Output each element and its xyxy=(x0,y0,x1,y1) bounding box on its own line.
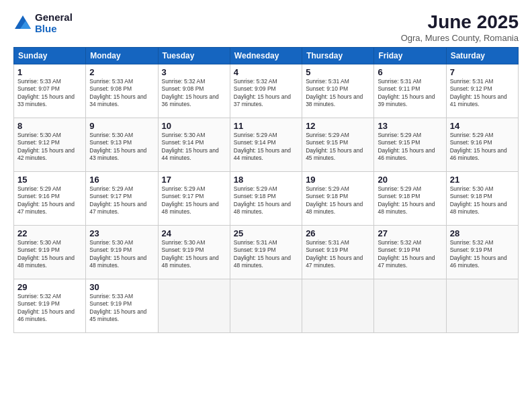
day-number: 29 xyxy=(17,282,82,292)
day-cell: 23 Sunrise: 5:30 AM Sunset: 9:19 PM Dayl… xyxy=(86,225,158,279)
day-number: 12 xyxy=(306,121,370,131)
day-info: Sunrise: 5:30 AM Sunset: 9:18 PM Dayligh… xyxy=(450,185,515,216)
empty-cell xyxy=(302,279,374,332)
day-info: Sunrise: 5:29 AM Sunset: 9:17 PM Dayligh… xyxy=(89,185,154,216)
day-number: 20 xyxy=(378,175,442,185)
day-number: 23 xyxy=(89,228,154,238)
day-cell: 20 Sunrise: 5:29 AM Sunset: 9:18 PM Dayl… xyxy=(374,171,446,225)
day-number: 7 xyxy=(450,67,515,77)
day-info: Sunrise: 5:31 AM Sunset: 9:11 PM Dayligh… xyxy=(378,78,442,109)
day-cell: 29 Sunrise: 5:32 AM Sunset: 9:19 PM Dayl… xyxy=(14,279,86,332)
day-info: Sunrise: 5:32 AM Sunset: 9:19 PM Dayligh… xyxy=(17,293,82,324)
day-info: Sunrise: 5:32 AM Sunset: 9:19 PM Dayligh… xyxy=(378,239,442,270)
day-number: 25 xyxy=(234,228,298,238)
day-number: 11 xyxy=(234,121,298,131)
day-cell: 11 Sunrise: 5:29 AM Sunset: 9:14 PM Dayl… xyxy=(230,118,302,171)
col-monday: Monday xyxy=(86,47,158,64)
day-cell: 10 Sunrise: 5:30 AM Sunset: 9:14 PM Dayl… xyxy=(158,118,230,171)
day-cell: 14 Sunrise: 5:29 AM Sunset: 9:16 PM Dayl… xyxy=(446,118,518,171)
day-info: Sunrise: 5:33 AM Sunset: 9:08 PM Dayligh… xyxy=(89,78,154,109)
day-cell: 24 Sunrise: 5:30 AM Sunset: 9:19 PM Dayl… xyxy=(158,225,230,279)
day-number: 14 xyxy=(450,121,515,131)
day-number: 15 xyxy=(17,175,82,185)
day-cell: 22 Sunrise: 5:30 AM Sunset: 9:19 PM Dayl… xyxy=(14,225,86,279)
day-cell: 17 Sunrise: 5:29 AM Sunset: 9:17 PM Dayl… xyxy=(158,171,230,225)
day-cell: 1 Sunrise: 5:33 AM Sunset: 9:07 PM Dayli… xyxy=(14,64,86,118)
calendar-row: 22 Sunrise: 5:30 AM Sunset: 9:19 PM Dayl… xyxy=(14,225,519,279)
subtitle: Ogra, Mures County, Romania xyxy=(401,33,519,43)
day-number: 9 xyxy=(89,121,154,131)
day-info: Sunrise: 5:29 AM Sunset: 9:15 PM Dayligh… xyxy=(378,132,442,163)
day-cell: 15 Sunrise: 5:29 AM Sunset: 9:16 PM Dayl… xyxy=(14,171,86,225)
col-friday: Friday xyxy=(374,47,446,64)
calendar: Sunday Monday Tuesday Wednesday Thursday… xyxy=(13,47,519,333)
calendar-row: 8 Sunrise: 5:30 AM Sunset: 9:12 PM Dayli… xyxy=(14,118,519,171)
calendar-row: 15 Sunrise: 5:29 AM Sunset: 9:16 PM Dayl… xyxy=(14,171,519,225)
day-cell: 4 Sunrise: 5:32 AM Sunset: 9:09 PM Dayli… xyxy=(230,64,302,118)
day-info: Sunrise: 5:30 AM Sunset: 9:12 PM Dayligh… xyxy=(17,132,82,163)
title-block: June 2025 Ogra, Mures County, Romania xyxy=(401,12,519,43)
logo-line2: Blue xyxy=(35,23,57,34)
weekday-header-row: Sunday Monday Tuesday Wednesday Thursday… xyxy=(14,47,519,64)
empty-cell xyxy=(446,279,518,332)
day-cell: 28 Sunrise: 5:32 AM Sunset: 9:19 PM Dayl… xyxy=(446,225,518,279)
day-number: 3 xyxy=(162,67,226,77)
day-info: Sunrise: 5:30 AM Sunset: 9:19 PM Dayligh… xyxy=(162,239,226,270)
empty-cell xyxy=(230,279,302,332)
day-info: Sunrise: 5:29 AM Sunset: 9:16 PM Dayligh… xyxy=(450,132,515,163)
day-number: 19 xyxy=(306,175,370,185)
day-cell: 21 Sunrise: 5:30 AM Sunset: 9:18 PM Dayl… xyxy=(446,171,518,225)
day-info: Sunrise: 5:33 AM Sunset: 9:07 PM Dayligh… xyxy=(17,78,82,109)
day-info: Sunrise: 5:32 AM Sunset: 9:19 PM Dayligh… xyxy=(450,239,515,270)
day-cell: 13 Sunrise: 5:29 AM Sunset: 9:15 PM Dayl… xyxy=(374,118,446,171)
day-number: 27 xyxy=(378,228,442,238)
day-number: 16 xyxy=(89,175,154,185)
day-number: 18 xyxy=(234,175,298,185)
day-info: Sunrise: 5:29 AM Sunset: 9:17 PM Dayligh… xyxy=(162,185,226,216)
day-info: Sunrise: 5:32 AM Sunset: 9:09 PM Dayligh… xyxy=(234,78,298,109)
calendar-row: 1 Sunrise: 5:33 AM Sunset: 9:07 PM Dayli… xyxy=(14,64,519,118)
day-number: 10 xyxy=(162,121,226,131)
day-number: 17 xyxy=(162,175,226,185)
col-thursday: Thursday xyxy=(302,47,374,64)
logo: General Blue xyxy=(13,12,73,34)
day-number: 24 xyxy=(162,228,226,238)
day-number: 4 xyxy=(234,67,298,77)
day-cell: 16 Sunrise: 5:29 AM Sunset: 9:17 PM Dayl… xyxy=(86,171,158,225)
col-sunday: Sunday xyxy=(14,47,86,64)
day-number: 2 xyxy=(89,67,154,77)
day-info: Sunrise: 5:30 AM Sunset: 9:13 PM Dayligh… xyxy=(89,132,154,163)
day-info: Sunrise: 5:30 AM Sunset: 9:14 PM Dayligh… xyxy=(162,132,226,163)
day-info: Sunrise: 5:29 AM Sunset: 9:18 PM Dayligh… xyxy=(306,185,370,216)
day-cell: 3 Sunrise: 5:32 AM Sunset: 9:08 PM Dayli… xyxy=(158,64,230,118)
col-saturday: Saturday xyxy=(446,47,518,64)
day-info: Sunrise: 5:33 AM Sunset: 9:19 PM Dayligh… xyxy=(89,293,154,324)
day-info: Sunrise: 5:32 AM Sunset: 9:08 PM Dayligh… xyxy=(162,78,226,109)
day-cell: 18 Sunrise: 5:29 AM Sunset: 9:18 PM Dayl… xyxy=(230,171,302,225)
day-cell: 5 Sunrise: 5:31 AM Sunset: 9:10 PM Dayli… xyxy=(302,64,374,118)
day-cell: 19 Sunrise: 5:29 AM Sunset: 9:18 PM Dayl… xyxy=(302,171,374,225)
logo-icon xyxy=(13,14,32,33)
day-cell: 8 Sunrise: 5:30 AM Sunset: 9:12 PM Dayli… xyxy=(14,118,86,171)
day-number: 8 xyxy=(17,121,82,131)
day-info: Sunrise: 5:29 AM Sunset: 9:14 PM Dayligh… xyxy=(234,132,298,163)
day-info: Sunrise: 5:29 AM Sunset: 9:18 PM Dayligh… xyxy=(234,185,298,216)
day-number: 5 xyxy=(306,67,370,77)
day-cell: 7 Sunrise: 5:31 AM Sunset: 9:12 PM Dayli… xyxy=(446,64,518,118)
day-number: 21 xyxy=(450,175,515,185)
col-tuesday: Tuesday xyxy=(158,47,230,64)
page: General Blue June 2025 Ogra, Mures Count… xyxy=(0,0,532,411)
day-info: Sunrise: 5:31 AM Sunset: 9:19 PM Dayligh… xyxy=(234,239,298,270)
day-info: Sunrise: 5:29 AM Sunset: 9:16 PM Dayligh… xyxy=(17,185,82,216)
day-cell: 6 Sunrise: 5:31 AM Sunset: 9:11 PM Dayli… xyxy=(374,64,446,118)
main-title: June 2025 xyxy=(401,12,519,33)
day-number: 30 xyxy=(89,282,154,292)
day-number: 22 xyxy=(17,228,82,238)
header: General Blue June 2025 Ogra, Mures Count… xyxy=(13,12,519,43)
logo-text: General Blue xyxy=(35,12,73,34)
day-info: Sunrise: 5:29 AM Sunset: 9:15 PM Dayligh… xyxy=(306,132,370,163)
day-cell: 12 Sunrise: 5:29 AM Sunset: 9:15 PM Dayl… xyxy=(302,118,374,171)
day-info: Sunrise: 5:30 AM Sunset: 9:19 PM Dayligh… xyxy=(17,239,82,270)
day-cell: 26 Sunrise: 5:31 AM Sunset: 9:19 PM Dayl… xyxy=(302,225,374,279)
day-cell: 30 Sunrise: 5:33 AM Sunset: 9:19 PM Dayl… xyxy=(86,279,158,332)
